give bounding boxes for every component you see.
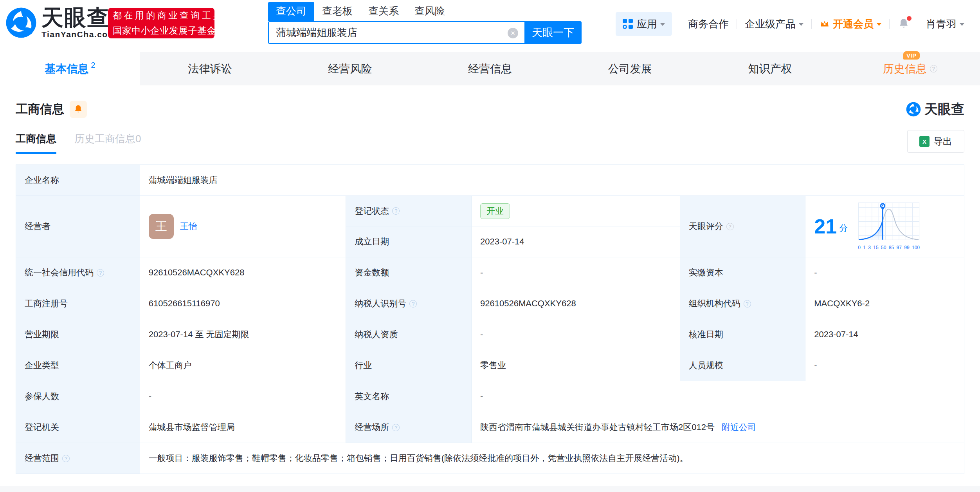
row-credit-code: 统一社会信用代码 ? 92610526MACQXKY628 资金数额 - 实缴资… bbox=[16, 257, 964, 288]
tab-legal-litigation[interactable]: 法律诉讼 bbox=[140, 52, 280, 85]
row-business-term: 营业期限 2023-07-14 至 无固定期限 纳税人资质 - 核准日期 202… bbox=[16, 319, 964, 350]
divider bbox=[918, 19, 918, 29]
taxpayer-id-label: 纳税人识别号 ? bbox=[346, 288, 471, 319]
search-input-wrap: ✕ bbox=[268, 21, 524, 44]
tab-basic-info[interactable]: 基本信息 2 bbox=[0, 52, 140, 85]
score-value: 21 分 bbox=[805, 196, 964, 257]
english-name-value: - bbox=[471, 381, 964, 412]
industry-label: 行业 bbox=[346, 350, 471, 381]
tab-label: 经营风险 bbox=[328, 62, 372, 76]
top-nav: 应用 商务合作 企业级产品 开通会员 bbox=[616, 12, 964, 36]
username: 肖青羽 bbox=[926, 17, 957, 31]
section-header: 工商信息 天眼查 bbox=[0, 85, 980, 118]
help-icon[interactable]: ? bbox=[62, 455, 70, 462]
search-row: ✕ 天眼一下 bbox=[268, 21, 582, 44]
label-text: 登记状态 bbox=[355, 205, 389, 217]
business-info-table: 企业名称 蒲城端端姐服装店 经营者 王 王怡 登记状态 ? 开业 天眼评分 ? bbox=[16, 165, 964, 474]
page-bottom-strip bbox=[0, 486, 980, 492]
capital-label: 资金数额 bbox=[346, 257, 471, 288]
open-membership-button[interactable]: 开通会员 bbox=[820, 17, 881, 31]
subtab-label: 历史工商信息 bbox=[74, 133, 135, 145]
company-type-value: 个体工商户 bbox=[140, 350, 346, 381]
divider bbox=[680, 19, 680, 29]
brand-domain: TianYanCha.com bbox=[41, 30, 116, 39]
tab-count-badge: 2 bbox=[91, 61, 95, 70]
subtab-row: 工商信息 历史工商信息0 X 导出 bbox=[0, 118, 980, 156]
tab-intellectual-property[interactable]: 知识产权 bbox=[700, 52, 840, 85]
help-icon[interactable]: ? bbox=[930, 65, 937, 72]
site-logo[interactable]: 天眼查 TianYanCha.com bbox=[5, 6, 116, 39]
enterprise-label: 企业级产品 bbox=[745, 17, 796, 31]
tab-operation-info[interactable]: 经营信息 bbox=[420, 52, 560, 85]
apps-menu[interactable]: 应用 bbox=[616, 12, 672, 36]
score-distribution-chart: 0 1 3 15 50 85 97 99 100 bbox=[858, 203, 920, 250]
section-title: 工商信息 bbox=[16, 101, 64, 118]
business-term-label: 营业期限 bbox=[16, 319, 140, 350]
slogan-line1: 都在用的商业查询工具 bbox=[113, 9, 210, 22]
tab-label: 法律诉讼 bbox=[188, 62, 232, 76]
subtab-history-business-info[interactable]: 历史工商信息0 bbox=[74, 132, 141, 154]
establish-date-value: 2023-07-14 bbox=[471, 226, 680, 257]
row-business-scope: 经营范围 ? 一般项目：服装服饰零售；鞋帽零售；化妆品零售；箱包销售；日用百货销… bbox=[16, 443, 964, 474]
search-input[interactable] bbox=[268, 21, 524, 44]
tab-label: 历史信息 bbox=[883, 62, 927, 76]
subscribe-bell-button[interactable] bbox=[70, 101, 87, 118]
english-name-label: 英文名称 bbox=[346, 381, 471, 412]
axis-tick: 15 bbox=[873, 245, 878, 250]
label-text: 经营范围 bbox=[25, 452, 59, 464]
crown-icon bbox=[820, 19, 830, 29]
operator-name-link[interactable]: 王怡 bbox=[180, 221, 197, 232]
search-button[interactable]: 天眼一下 bbox=[524, 21, 582, 44]
credit-code-value: 92610526MACQXKY628 bbox=[140, 257, 346, 288]
label-text: 经营场所 bbox=[355, 421, 389, 433]
tianyancha-swirl-icon bbox=[906, 101, 921, 117]
clear-search-icon[interactable]: ✕ bbox=[508, 28, 518, 38]
search-tab-company[interactable]: 查公司 bbox=[268, 2, 314, 21]
cooperation-label: 商务合作 bbox=[688, 17, 729, 31]
tianyancha-swirl-icon bbox=[5, 6, 38, 39]
business-term-value: 2023-07-14 至 无固定期限 bbox=[140, 319, 346, 350]
reg-number-label: 工商注册号 bbox=[16, 288, 140, 319]
brand-text: 天眼查 TianYanCha.com bbox=[41, 6, 116, 39]
subtab-business-info[interactable]: 工商信息 bbox=[16, 132, 56, 154]
nearby-companies-link[interactable]: 附近公司 bbox=[722, 421, 756, 433]
industry-value: 零售业 bbox=[471, 350, 680, 381]
reg-authority-label: 登记机关 bbox=[16, 412, 140, 443]
nav-enterprise-products[interactable]: 企业级产品 bbox=[745, 17, 803, 31]
row-reg-number: 工商注册号 610526615116970 纳税人识别号 ? 92610526M… bbox=[16, 288, 964, 319]
label-text: 纳税人识别号 bbox=[355, 298, 406, 309]
avatar[interactable]: 王 bbox=[149, 214, 174, 239]
search-tab-relation[interactable]: 查关系 bbox=[360, 2, 407, 21]
company-type-label: 企业类型 bbox=[16, 350, 140, 381]
search-tab-risk[interactable]: 查风险 bbox=[407, 2, 453, 21]
help-icon[interactable]: ? bbox=[392, 207, 400, 215]
score-unit: 分 bbox=[839, 222, 848, 234]
brand-name: 天眼查 bbox=[41, 6, 116, 29]
score-points: 21 bbox=[814, 216, 837, 237]
export-button[interactable]: X 导出 bbox=[907, 130, 964, 153]
tab-operation-risk[interactable]: 经营风险 bbox=[280, 52, 420, 85]
axis-tick: 99 bbox=[904, 245, 909, 250]
tab-history-info[interactable]: 历史信息 VIP ? bbox=[840, 52, 980, 85]
tab-company-development[interactable]: 公司发展 bbox=[560, 52, 700, 85]
paid-capital-label: 实缴资本 bbox=[680, 257, 805, 288]
staff-size-label: 人员规模 bbox=[680, 350, 805, 381]
score-label: 天眼评分 ? bbox=[680, 196, 805, 257]
help-icon[interactable]: ? bbox=[409, 300, 417, 308]
label-text: 天眼评分 bbox=[689, 221, 723, 232]
notifications-bell[interactable] bbox=[897, 18, 910, 30]
capital-value: - bbox=[471, 257, 680, 288]
help-icon[interactable]: ? bbox=[97, 269, 104, 277]
help-icon[interactable]: ? bbox=[744, 300, 751, 308]
nav-business-cooperation[interactable]: 商务合作 bbox=[688, 17, 729, 31]
search-tab-boss[interactable]: 查老板 bbox=[314, 2, 360, 21]
taxpayer-qualification-value: - bbox=[471, 319, 680, 350]
excel-icon: X bbox=[919, 136, 930, 147]
axis-tick: 97 bbox=[897, 245, 902, 250]
help-icon[interactable]: ? bbox=[726, 223, 734, 230]
taxpayer-id-value: 92610526MACQXKY628 bbox=[471, 288, 680, 319]
help-icon[interactable]: ? bbox=[392, 424, 400, 431]
org-code-value: MACQXKY6-2 bbox=[805, 288, 964, 319]
notification-dot bbox=[907, 16, 912, 21]
user-menu[interactable]: 肖青羽 bbox=[926, 17, 964, 31]
